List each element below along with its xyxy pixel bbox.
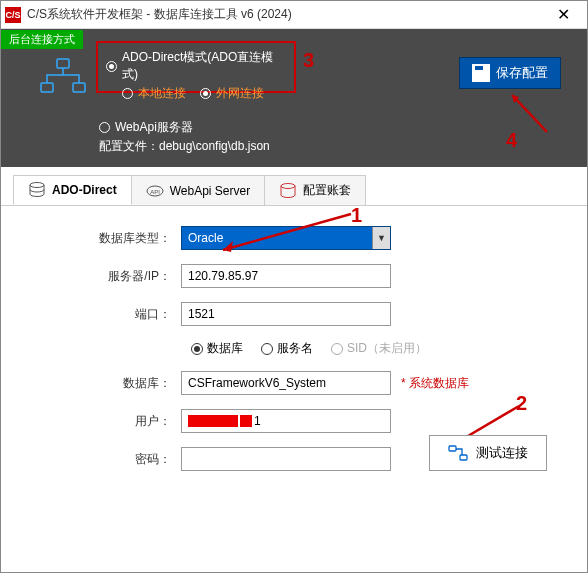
ado-direct-radio[interactable]: ADO-Direct模式(ADO直连模式) <box>106 49 286 83</box>
save-config-button[interactable]: 保存配置 <box>459 57 561 89</box>
annotation-2: 2 <box>516 392 527 415</box>
annotation-1: 1 <box>351 204 362 227</box>
port-input[interactable] <box>181 302 391 326</box>
svg-point-3 <box>30 183 44 188</box>
db-type-select[interactable]: Oracle ▼ <box>181 226 391 250</box>
database-label: 数据库： <box>21 375 181 392</box>
svg-rect-1 <box>41 83 53 92</box>
annotation-4: 4 <box>506 129 517 152</box>
save-icon <box>472 64 490 82</box>
db-radio-label: 数据库 <box>207 340 243 357</box>
database-hint: * 系统数据库 <box>401 375 469 392</box>
annotation-3: 3 <box>303 49 314 72</box>
database-config-icon <box>279 183 297 199</box>
radio-icon <box>122 88 133 99</box>
config-label: 配置文件： <box>99 139 159 153</box>
dropdown-arrow-icon: ▼ <box>372 227 390 249</box>
header-panel: 后台连接方式 ADO-Direct模式(ADO直连模式) 本地连接 <box>1 29 587 167</box>
form-panel: 1 数据库类型： Oracle ▼ 服务器/IP： 端口： 数据库 服务名 SI… <box>1 206 587 495</box>
webapi-label: WebApi服务器 <box>115 119 193 136</box>
connection-mode-tag: 后台连接方式 <box>1 30 83 49</box>
window-title: C/S系统软件开发框架 - 数据库连接工具 v6 (2024) <box>27 6 543 23</box>
user-input[interactable]: 1 <box>181 409 391 433</box>
save-button-label: 保存配置 <box>496 64 548 82</box>
ado-direct-label: ADO-Direct模式(ADO直连模式) <box>122 49 286 83</box>
test-connection-button[interactable]: 测试连接 <box>429 435 547 471</box>
radio-icon <box>261 343 273 355</box>
password-input[interactable] <box>181 447 391 471</box>
main-window: C/S C/S系统软件开发框架 - 数据库连接工具 v6 (2024) ✕ 后台… <box>0 0 588 573</box>
app-icon: C/S <box>5 7 21 23</box>
db-radio[interactable]: 数据库 <box>191 340 243 357</box>
test-button-label: 测试连接 <box>476 444 528 462</box>
titlebar: C/S C/S系统软件开发框架 - 数据库连接工具 v6 (2024) ✕ <box>1 1 587 29</box>
tab-label: ADO-Direct <box>52 183 117 197</box>
api-icon: API <box>146 183 164 199</box>
connection-icon <box>448 445 468 461</box>
svg-rect-0 <box>57 59 69 68</box>
svg-text:API: API <box>150 189 160 195</box>
tab-ado-direct[interactable]: ADO-Direct <box>13 175 132 205</box>
external-conn-radio[interactable]: 外网连接 <box>200 85 264 102</box>
external-conn-label: 外网连接 <box>216 85 264 102</box>
svg-rect-2 <box>73 83 85 92</box>
svg-rect-7 <box>449 446 456 451</box>
tab-bar: ADO-Direct API WebApi Server 配置账套 <box>1 167 587 206</box>
ado-mode-group: ADO-Direct模式(ADO直连模式) 本地连接 外网连接 <box>96 41 296 93</box>
tab-label: WebApi Server <box>170 184 250 198</box>
network-topology-icon <box>39 57 87 101</box>
local-conn-radio[interactable]: 本地连接 <box>122 85 186 102</box>
sid-radio-label: SID（未启用） <box>347 340 427 357</box>
radio-icon <box>331 343 343 355</box>
database-input[interactable] <box>181 371 391 395</box>
service-radio[interactable]: 服务名 <box>261 340 313 357</box>
server-input[interactable] <box>181 264 391 288</box>
redacted-text <box>188 415 238 427</box>
tab-webapi[interactable]: API WebApi Server <box>131 175 265 205</box>
radio-icon <box>191 343 203 355</box>
user-suffix: 1 <box>254 414 261 428</box>
tab-config-accounts[interactable]: 配置账套 <box>264 175 366 205</box>
port-label: 端口： <box>21 306 181 323</box>
radio-icon <box>99 122 110 133</box>
redacted-text <box>240 415 252 427</box>
tab-label: 配置账套 <box>303 182 351 199</box>
db-type-value: Oracle <box>188 231 223 245</box>
local-conn-label: 本地连接 <box>138 85 186 102</box>
database-icon <box>28 182 46 198</box>
user-label: 用户： <box>21 413 181 430</box>
config-path-value: debug\config\db.json <box>159 139 270 153</box>
server-label: 服务器/IP： <box>21 268 181 285</box>
svg-rect-8 <box>460 455 467 460</box>
close-button[interactable]: ✕ <box>543 2 583 28</box>
service-radio-label: 服务名 <box>277 340 313 357</box>
db-type-label: 数据库类型： <box>21 230 181 247</box>
password-label: 密码： <box>21 451 181 468</box>
radio-icon <box>106 61 117 72</box>
svg-point-6 <box>281 183 295 188</box>
radio-icon <box>200 88 211 99</box>
sid-radio: SID（未启用） <box>331 340 427 357</box>
